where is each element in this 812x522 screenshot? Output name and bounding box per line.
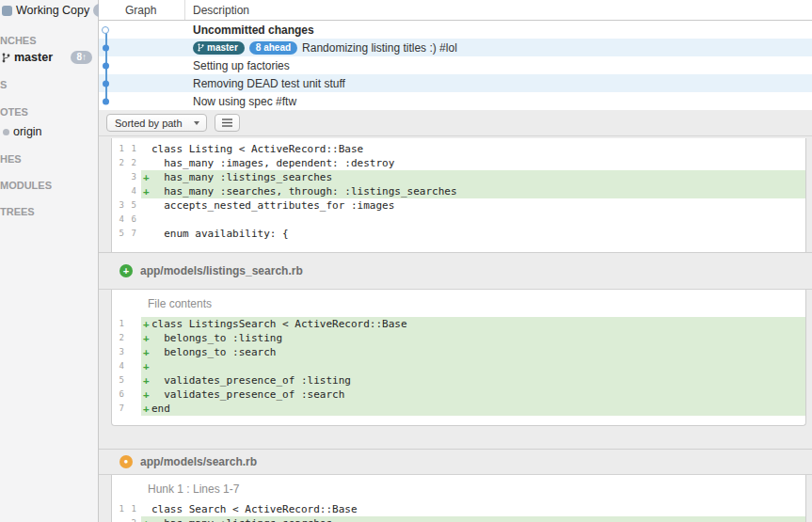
- code-text: accepts_nested_attributes_for :images: [151, 198, 394, 213]
- code-text: belongs_to :search: [151, 345, 276, 359]
- code-text: validates_presence_of :listing: [151, 373, 351, 388]
- column-header-description[interactable]: Description: [185, 0, 249, 20]
- new-line-number: [124, 331, 136, 345]
- main-pane: Graph Description Uncommitted changes ma…: [99, 0, 812, 522]
- sidebar-group-branches[interactable]: NCHES: [0, 35, 37, 46]
- new-line-number: [124, 402, 136, 416]
- remote-icon: [3, 129, 9, 135]
- new-line-number: 1: [124, 502, 136, 516]
- code-text: has_many :images, dependent: :destroy: [151, 156, 394, 170]
- commit-row[interactable]: Setting up factories: [99, 56, 812, 74]
- diff-line-added: 5+ validates_presence_of :listing: [112, 373, 805, 388]
- working-copy-label: Working Copy: [16, 4, 89, 17]
- commit-message: Now using spec #ftw: [193, 95, 296, 108]
- sidebar-item-origin-remote[interactable]: origin: [0, 122, 98, 141]
- old-line-number: 5: [112, 373, 124, 388]
- column-header-graph[interactable]: Graph: [99, 0, 185, 20]
- file-header-listings-search-rb[interactable]: + app/models/listings_search.rb: [99, 252, 812, 290]
- line-body: +: [141, 359, 805, 373]
- commit-table: Graph Description Uncommitted changes ma…: [99, 0, 812, 110]
- diff-file-search-rb: Hunk 1 : Lines 1-7 11class Search < Acti…: [111, 475, 806, 522]
- graph-cell: [99, 74, 185, 92]
- sidebar-group-remotes[interactable]: OTES: [0, 106, 28, 118]
- new-line-number: 2: [124, 516, 136, 522]
- list-icon: [221, 118, 233, 128]
- new-line-number: 2: [124, 156, 136, 170]
- diff-line-added: 6+ validates_presence_of :search: [112, 388, 805, 402]
- diff-line-added: 2+ has_many :listings_searches: [112, 516, 805, 522]
- master-ahead-badge: 8↑: [71, 51, 92, 64]
- list-view-button[interactable]: [215, 114, 240, 132]
- line-body: + has_many :listings_searches: [141, 516, 805, 522]
- diff-sign: +: [141, 345, 151, 359]
- commit-row-uncommitted[interactable]: Uncommitted changes: [99, 21, 812, 39]
- diff-line-added: 2+ belongs_to :listing: [112, 331, 805, 345]
- line-body: + has_many :searches, through: :listings…: [141, 184, 805, 198]
- line-body: +end: [141, 402, 805, 416]
- line-body: [141, 213, 805, 227]
- diff-hunk-listing-rb: 11class Listing < ActiveRecord::Base 22 …: [111, 138, 806, 252]
- diff-sign: [141, 213, 151, 227]
- line-body: + validates_presence_of :listing: [141, 373, 805, 388]
- new-line-number: 1: [124, 142, 136, 156]
- line-body: accepts_nested_attributes_for :images: [141, 198, 805, 213]
- old-line-number: 2: [112, 156, 124, 170]
- sidebar-group-stashes[interactable]: HES: [0, 153, 22, 165]
- file-path: app/models/search.rb: [140, 455, 257, 468]
- code-text: has_many :listings_searches: [151, 170, 332, 184]
- new-line-number: 4: [124, 184, 136, 198]
- code-text: has_many :listings_searches: [151, 516, 332, 522]
- sort-dropdown[interactable]: Sorted by path: [106, 114, 207, 132]
- file-modified-icon: ●: [119, 455, 133, 468]
- old-line-number: 4: [112, 359, 124, 373]
- code-text: end: [151, 402, 170, 416]
- old-line-number: 4: [112, 213, 124, 227]
- diff-line-added: 3+ has_many :listings_searches: [112, 170, 805, 184]
- file-header-search-rb[interactable]: ● app/models/search.rb: [99, 449, 812, 475]
- diff-line-added: 3+ belongs_to :search: [112, 345, 805, 359]
- sidebar: Working Copy 7 NCHES master 8↑ S OTES or…: [0, 0, 99, 522]
- code-text: has_many :searches, through: :listings_s…: [151, 184, 457, 198]
- diff-line-added: 1+class ListingsSearch < ActiveRecord::B…: [112, 317, 805, 331]
- commit-row[interactable]: master 8 ahead Randomizing listing title…: [99, 39, 812, 56]
- old-line-number: 3: [112, 198, 124, 213]
- diff-line: 57 enum availability: {: [112, 227, 805, 241]
- old-line-number: 7: [112, 402, 124, 416]
- old-line-number: [112, 516, 124, 522]
- commit-dot: [103, 80, 109, 87]
- line-body: enum availability: {: [141, 227, 805, 241]
- sidebar-group-worktrees[interactable]: TREES: [0, 206, 35, 217]
- diff-line-added: 7+end: [112, 402, 805, 416]
- old-line-number: 1: [112, 142, 124, 156]
- branch-badge-label: master: [207, 42, 238, 54]
- hunk-subheader: File contents: [112, 295, 805, 317]
- branch-badge: master: [193, 41, 245, 55]
- old-line-number: 1: [112, 317, 124, 331]
- git-client-window: Working Copy 7 NCHES master 8↑ S OTES or…: [0, 0, 812, 522]
- diff-sign: +: [141, 516, 151, 522]
- diff-sign: +: [141, 373, 151, 388]
- graph-cell: [99, 56, 185, 74]
- line-body: + validates_presence_of :search: [141, 388, 805, 402]
- sidebar-group-submodules[interactable]: MODULES: [0, 180, 52, 191]
- commit-message: Removing DEAD test unit stuff: [193, 77, 345, 90]
- diff-sign: +: [141, 359, 151, 373]
- diff-sign: +: [141, 317, 151, 331]
- sidebar-item-master-branch[interactable]: master 8↑: [0, 48, 98, 67]
- diff-sign: [141, 227, 151, 241]
- new-line-number: 5: [124, 198, 136, 213]
- commit-row[interactable]: Removing DEAD test unit stuff: [99, 74, 812, 92]
- graph-cell: [99, 92, 185, 110]
- sidebar-group-tags[interactable]: S: [0, 79, 7, 90]
- diff-toolbar: Sorted by path: [99, 110, 812, 136]
- chevron-down-icon: [194, 121, 199, 128]
- diff-sign: [141, 156, 151, 170]
- commit-message: Uncommitted changes: [193, 24, 314, 37]
- diff-sign: [141, 198, 151, 213]
- old-line-number: 1: [112, 502, 124, 516]
- diff-scroll-area[interactable]: 11class Listing < ActiveRecord::Base 22 …: [99, 136, 812, 522]
- working-copy-icon: [2, 6, 12, 16]
- commit-row[interactable]: Now using spec #ftw: [99, 92, 812, 110]
- diff-sign: [141, 502, 151, 516]
- sidebar-item-working-copy[interactable]: Working Copy 7: [0, 1, 98, 20]
